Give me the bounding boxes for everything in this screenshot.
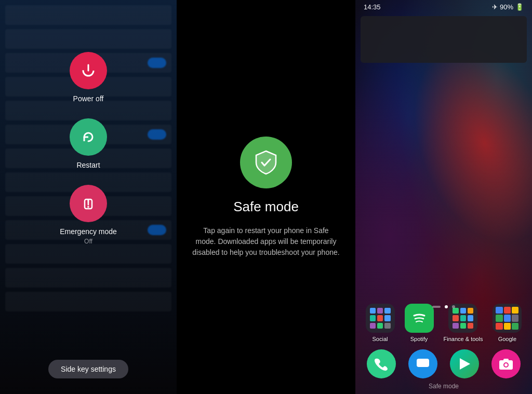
- messages-icon-box[interactable]: [408, 349, 437, 378]
- airplane-icon: ✈: [492, 3, 498, 11]
- svg-marker-5: [460, 358, 470, 370]
- power-off-item[interactable]: Power off: [70, 52, 107, 103]
- play-store-icon: [457, 356, 472, 372]
- battery-icon: 🔋: [515, 3, 524, 11]
- bg-row-11: [5, 244, 171, 264]
- app-icon-social[interactable]: Social: [366, 304, 395, 342]
- bg-row-1: [5, 5, 171, 25]
- phone-icon-box[interactable]: [367, 349, 396, 378]
- power-icon: [79, 61, 98, 80]
- status-right-icons: ✈ 90% 🔋: [492, 3, 524, 11]
- spotify-label: Spotify: [410, 336, 428, 342]
- bg-row-13: [5, 292, 171, 311]
- bg-row-12: [5, 268, 171, 288]
- safe-mode-description: Tap again to restart your phone in Safe …: [192, 225, 340, 258]
- svg-rect-4: [417, 359, 429, 367]
- phone-home-screen: 14:35 ✈ 90% 🔋: [355, 0, 532, 394]
- dock-row: [355, 349, 532, 378]
- spotify-logo-icon: [410, 309, 429, 328]
- messages-icon: [415, 356, 431, 372]
- dock-camera[interactable]: [491, 349, 521, 378]
- pagination-dots: [355, 305, 532, 308]
- restart-item[interactable]: Restart: [70, 118, 107, 169]
- safe-mode-bottom-label: Safe mode: [355, 383, 532, 390]
- finance-label: Finance & tools: [444, 336, 483, 342]
- emergency-label: Emergency mode: [60, 227, 117, 236]
- bg-row-2: [5, 29, 171, 49]
- bg-toggle-1: [148, 58, 166, 68]
- dock-play[interactable]: [450, 349, 479, 378]
- dock-messages[interactable]: [408, 349, 437, 378]
- shield-check-icon: [252, 148, 280, 176]
- battery-percent: 90%: [500, 3, 513, 11]
- google-label: Google: [498, 336, 516, 342]
- dot-2: [445, 305, 448, 308]
- power-off-label: Power off: [73, 94, 104, 103]
- safe-mode-icon-circle[interactable]: [240, 137, 292, 188]
- app-icon-google[interactable]: Google: [493, 304, 522, 342]
- phone-call-icon: [374, 356, 389, 372]
- safe-mode-panel: Safe mode Tap again to restart your phon…: [177, 0, 355, 394]
- notification-area: [361, 16, 527, 63]
- power-menu-panel: Power off Restart ! Emergency mode Off: [0, 0, 177, 394]
- camera-icon-box[interactable]: [491, 349, 521, 378]
- bg-toggle-3: [148, 225, 166, 235]
- status-time: 14:35: [364, 3, 381, 11]
- svg-point-8: [504, 363, 508, 366]
- safe-mode-title: Safe mode: [233, 199, 299, 215]
- app-icons-row: Social Spotify: [355, 304, 532, 342]
- bg-toggle-2: [148, 129, 166, 140]
- restart-button[interactable]: [70, 118, 107, 156]
- power-off-button[interactable]: [70, 52, 107, 89]
- dot-3: [452, 305, 455, 308]
- status-bar: 14:35 ✈ 90% 🔋: [355, 0, 532, 14]
- app-icon-spotify[interactable]: Spotify: [405, 304, 434, 342]
- emergency-sublabel: Off: [84, 238, 92, 245]
- social-label: Social: [373, 336, 388, 342]
- emergency-icon: !: [79, 194, 98, 213]
- power-buttons-group: Power off Restart ! Emergency mode Off: [60, 52, 117, 245]
- emergency-button[interactable]: !: [70, 185, 107, 222]
- emergency-item[interactable]: ! Emergency mode Off: [60, 185, 117, 245]
- app-icon-finance[interactable]: Finance & tools: [444, 304, 483, 342]
- dock-phone[interactable]: [367, 349, 396, 378]
- restart-label: Restart: [76, 161, 100, 169]
- dot-1: [432, 306, 441, 308]
- play-store-icon-box[interactable]: [450, 349, 479, 378]
- side-key-settings-button[interactable]: Side key settings: [48, 360, 128, 378]
- camera-icon: [498, 356, 514, 372]
- svg-rect-9: [503, 359, 509, 361]
- restart-icon: [79, 128, 98, 146]
